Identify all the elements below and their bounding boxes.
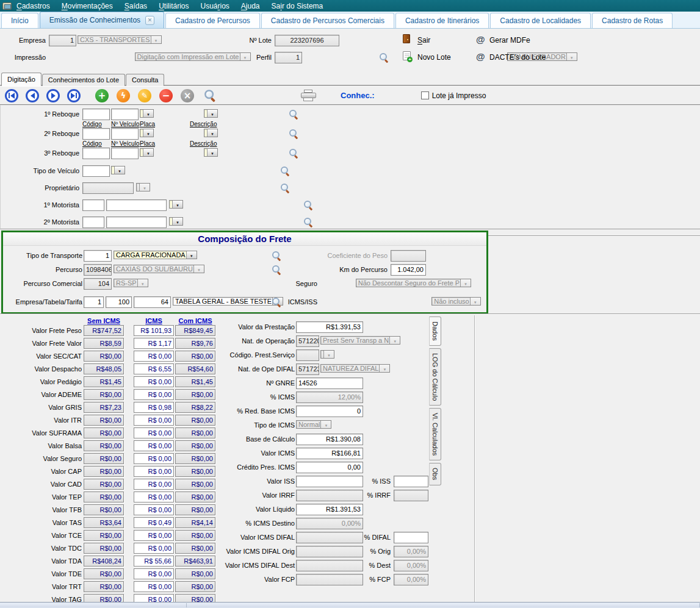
icms-iss-combo[interactable]: Não incluso [431, 297, 480, 306]
tipo-transporte-search-icon[interactable] [272, 251, 282, 261]
new-lot-icon[interactable] [403, 51, 411, 60]
side-tab[interactable]: Vl. Calculados [429, 408, 441, 460]
valor-com-icms[interactable]: R$0,00 [175, 440, 215, 451]
detail-code-field[interactable] [296, 349, 319, 361]
detail-value-field[interactable] [296, 574, 363, 585]
valor-com-icms[interactable]: R$0,00 [175, 427, 215, 438]
motorista-code-input[interactable] [82, 199, 104, 211]
proprietario-search-icon[interactable] [280, 183, 290, 193]
menu-item[interactable]: Utilitários [159, 2, 189, 10]
seguro-combo[interactable]: Não Descontar Seguro do Frete P [356, 279, 471, 287]
empresa-code-field[interactable]: 1 [49, 35, 76, 46]
valor-icms[interactable]: R$ 0,00 [134, 453, 174, 464]
tipo-transporte-combo[interactable]: CARGA FRACIONADA [114, 251, 197, 259]
tabela-empresa-code[interactable]: 1 [84, 296, 104, 308]
perfil-code-field[interactable]: 1 [275, 52, 302, 63]
coeficiente-field[interactable] [391, 250, 426, 262]
menu-item[interactable]: Sair do Sistema [272, 2, 323, 10]
detail-value-field[interactable]: 0,00 [296, 462, 363, 473]
pct-value-field[interactable] [394, 532, 428, 543]
valor-icms[interactable]: R$ 1,17 [134, 338, 174, 349]
empresa-combo[interactable]: CXS - TRANSPORTES [78, 35, 162, 44]
tabela-search-icon[interactable] [272, 297, 282, 307]
valor-sem-icms[interactable]: R$0,00 [84, 581, 124, 592]
percurso-combo[interactable]: CAXIAS DO SUL/BAURU [114, 265, 204, 273]
detail-value-field[interactable]: 0 [296, 406, 363, 417]
valor-icms[interactable]: R$ 0,00 [134, 504, 174, 515]
valor-icms[interactable]: R$ 0,49 [134, 517, 174, 528]
valor-sem-icms[interactable]: R$0,00 [84, 466, 124, 477]
tab[interactable]: Cadastro de Rotas [592, 13, 673, 28]
detail-value-field[interactable] [296, 476, 363, 487]
reboque-veiculo-input[interactable] [111, 128, 139, 140]
impressao-combo[interactable]: Digitação com Impressão em Lote [135, 52, 251, 61]
detail-value-field[interactable] [296, 546, 363, 557]
motorista-search-icon[interactable] [303, 217, 314, 227]
detail-value-field[interactable]: 12,00% [296, 392, 363, 403]
valor-com-icms[interactable]: R$0,00 [175, 389, 215, 400]
gerar-mdfe-button[interactable]: Gerar MDFe [489, 36, 530, 45]
valor-sem-icms[interactable]: R$8,59 [84, 338, 124, 349]
valor-com-icms[interactable]: R$4,14 [175, 517, 215, 528]
reboque-descricao-combo[interactable] [204, 109, 218, 118]
valor-com-icms[interactable]: R$54,60 [175, 363, 215, 374]
reboque-descricao-combo[interactable] [204, 129, 218, 137]
perfil-search-icon[interactable] [379, 52, 389, 63]
detail-value-field[interactable]: R$1.390,08 [296, 434, 363, 445]
proprietario-code-input[interactable] [82, 182, 134, 194]
reboque-search-icon[interactable] [289, 148, 299, 159]
valor-icms[interactable]: R$ 101,93 [134, 325, 174, 336]
pct-value-field[interactable] [394, 476, 428, 487]
valor-sem-icms[interactable]: R$0,00 [84, 530, 124, 541]
valor-sem-icms[interactable]: R$0,00 [84, 568, 124, 579]
reboque-codigo-input[interactable] [82, 109, 110, 120]
valor-sem-icms[interactable]: R$0,00 [84, 504, 124, 515]
detail-value-field[interactable]: R$1.391,53 [296, 321, 363, 333]
valor-sem-icms[interactable]: R$0,00 [84, 543, 124, 554]
valor-com-icms[interactable]: R$0,00 [175, 504, 215, 515]
last-record-button[interactable] [67, 89, 81, 102]
tab[interactable]: Emissão de Conhecimentos ✕ [40, 12, 164, 28]
menu-item[interactable]: Cadastros [16, 2, 50, 10]
valor-com-icms[interactable]: R$1,45 [175, 376, 215, 387]
valor-com-icms[interactable]: R$0,00 [175, 415, 215, 426]
reboque-placa-combo[interactable] [140, 129, 154, 137]
valor-icms[interactable]: R$ 0,00 [134, 415, 174, 426]
motorista-combo[interactable] [169, 217, 183, 226]
valor-com-icms[interactable]: R$0,00 [175, 530, 215, 541]
motorista-search-icon[interactable] [303, 200, 314, 210]
valor-com-icms[interactable]: R$0,00 [175, 453, 215, 464]
valor-com-icms[interactable]: R$0,00 [175, 568, 215, 579]
tipo-veiculo-search-icon[interactable] [280, 166, 290, 176]
novo-lote-button[interactable]: Novo Lote [417, 53, 451, 62]
valor-sem-icms[interactable]: R$0,00 [84, 440, 124, 451]
valor-com-icms[interactable]: R$8,22 [175, 402, 215, 413]
tipo-veiculo-code-input[interactable] [82, 165, 110, 177]
detail-value-field[interactable]: Normal [296, 420, 331, 429]
pct-value-field[interactable] [394, 490, 428, 501]
lote-field[interactable]: 223207696 [275, 35, 339, 46]
reboque-search-icon[interactable] [289, 109, 299, 120]
reboque-placa-combo[interactable] [140, 148, 154, 157]
previous-record-button[interactable] [26, 89, 39, 102]
detail-value-field[interactable] [320, 350, 334, 359]
tipo-transporte-code[interactable]: 1 [84, 250, 112, 262]
menu-item[interactable]: Usuários [200, 2, 229, 10]
proprietario-combo[interactable] [136, 183, 150, 191]
valor-com-icms[interactable]: R$849,45 [175, 325, 215, 336]
motorista-combo[interactable] [169, 200, 183, 209]
reboque-search-icon[interactable] [289, 129, 299, 139]
valor-icms[interactable]: R$ 0,00 [134, 351, 174, 362]
valor-sem-icms[interactable]: R$0,00 [84, 351, 124, 362]
tab[interactable]: Início [1, 13, 38, 28]
valor-com-icms[interactable]: R$0,00 [175, 581, 215, 592]
valor-com-icms[interactable]: R$0,00 [175, 466, 215, 477]
tab[interactable]: Cadastro de Itinerários [395, 13, 489, 28]
valor-sem-icms[interactable]: R$0,00 [84, 453, 124, 464]
reboque-codigo-input[interactable] [82, 128, 110, 140]
detail-value-field[interactable]: R$166,81 [296, 448, 363, 459]
pct-value-field[interactable]: 0,00% [394, 560, 428, 571]
printer-icon[interactable] [301, 90, 316, 102]
lightning-button[interactable]: ϟ [117, 89, 130, 102]
edit-record-button[interactable]: ✎ [138, 89, 151, 102]
